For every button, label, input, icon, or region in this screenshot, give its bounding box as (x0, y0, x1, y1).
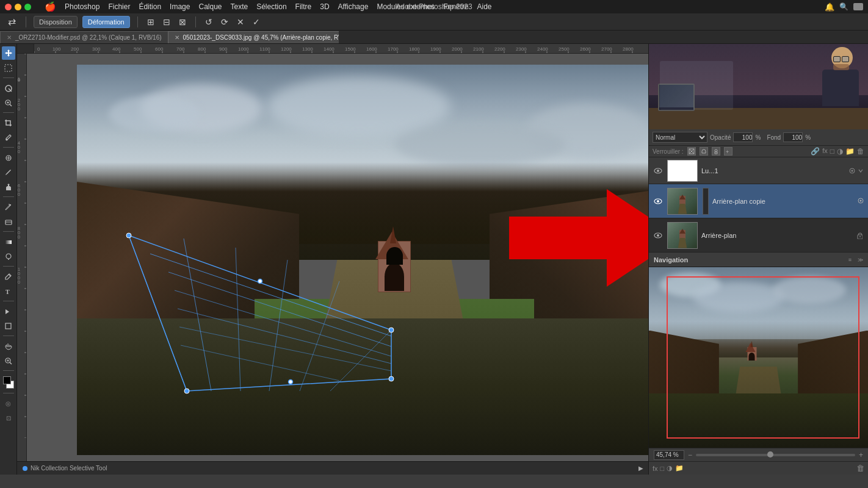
fill-input[interactable] (783, 132, 803, 142)
panel-btn-3[interactable]: ◑ (667, 464, 673, 472)
minimize-button[interactable] (15, 4, 21, 10)
zoom-value-input[interactable]: 45,74 % (654, 450, 684, 460)
grid-icon-2[interactable]: ⊟ (161, 16, 172, 27)
lock-transparent-btn[interactable] (687, 147, 696, 156)
disposition-button[interactable]: Disposition (34, 16, 78, 28)
photo-canvas[interactable] (77, 65, 648, 455)
gradient-tool[interactable] (2, 235, 15, 248)
history-brush-tool[interactable] (2, 200, 15, 214)
move-tool[interactable] (2, 46, 15, 60)
lasso-tool[interactable] (2, 81, 15, 95)
layer-arriere-plan[interactable]: Arrière-plan (649, 218, 868, 253)
church-spire (390, 226, 396, 243)
svg-point-6 (6, 138, 8, 140)
panel-btn-delete[interactable]: 🗑 (856, 464, 864, 473)
color-swatch[interactable] (2, 375, 15, 389)
maximize-button[interactable] (24, 4, 31, 10)
svg-rect-17 (5, 323, 11, 329)
quick-select-tool[interactable] (2, 96, 15, 109)
nav-collapse-icon[interactable]: ≡ (848, 257, 852, 263)
menu-affichage[interactable]: Affichage (338, 2, 369, 11)
nav-expand-icon[interactable]: ≫ (858, 257, 863, 263)
eyedropper-tool[interactable] (2, 131, 15, 144)
menu-calque[interactable]: Calque (198, 2, 222, 11)
selection-tool[interactable] (2, 61, 15, 74)
mask-icon[interactable]: □ (830, 147, 834, 156)
menu-image[interactable]: Image (170, 2, 190, 11)
lock-image-btn[interactable] (700, 147, 708, 156)
zoom-out-icon[interactable]: − (688, 451, 692, 459)
pen-tool[interactable] (2, 270, 15, 283)
nav-title: Navigation (654, 256, 688, 264)
tab-2[interactable]: ✕ 05012023-_DSC9033.jpg @ 45,7% (Arrière… (168, 31, 339, 43)
lock-all-btn[interactable]: + (724, 147, 732, 156)
delete-icon[interactable]: 🗑 (857, 147, 864, 156)
close-button[interactable] (5, 4, 12, 10)
tabs-bar: ✕ _ORZ2710-Modifier.psd @ 22,1% (Calque … (0, 30, 868, 44)
panel-btn-2[interactable]: □ (660, 465, 665, 472)
confirm-icon[interactable]: ✓ (251, 16, 262, 27)
type-tool[interactable]: T (2, 284, 15, 298)
opacity-percent: % (755, 134, 761, 141)
tab-2-label: 05012023-_DSC9033.jpg @ 45,7% (Arrière-p… (183, 34, 339, 41)
zoom-slider[interactable] (696, 454, 855, 456)
link-icon[interactable]: 🔗 (811, 147, 820, 156)
svg-text:1200: 1200 (281, 46, 292, 52)
screen-mode-btn[interactable]: ⊡ (2, 411, 15, 425)
nav-preview[interactable] (649, 267, 868, 448)
deformation-button[interactable]: Déformation (82, 16, 130, 28)
zoom-slider-thumb[interactable] (767, 451, 773, 458)
menu-edition[interactable]: Édition (139, 2, 161, 11)
grid-icon-1[interactable]: ⊞ (145, 16, 156, 27)
layer-arriere-plan-copie[interactable]: Arrière-plan copie (649, 184, 868, 218)
eraser-tool[interactable] (2, 215, 15, 228)
layer-lumi-visibility[interactable] (653, 165, 664, 176)
tab-2-close[interactable]: ✕ (175, 34, 179, 41)
tab-1[interactable]: ✕ _ORZ2710-Modifier.psd @ 22,1% (Calque … (0, 31, 168, 43)
healing-tool[interactable] (2, 151, 15, 164)
menu-selection[interactable]: Sélection (256, 2, 286, 11)
menu-fichier[interactable]: Fichier (108, 2, 130, 11)
canvas-container[interactable] (27, 54, 648, 461)
shape-tool[interactable] (2, 319, 15, 332)
zoom-in-icon[interactable]: + (859, 451, 863, 459)
layer-luminosity[interactable]: Lu...1 (649, 157, 868, 184)
svg-text:1700: 1700 (388, 46, 399, 52)
notification-icon: 🔔 (825, 2, 834, 12)
grid-icon-3[interactable]: ⊠ (177, 16, 188, 27)
crop-tool[interactable] (2, 116, 15, 129)
menu-3d[interactable]: 3D (320, 2, 329, 11)
layer-copy-visibility[interactable] (653, 196, 664, 207)
svg-text:1900: 1900 (430, 46, 441, 52)
hand-tool[interactable] (2, 339, 15, 353)
mask-mode-btn[interactable]: ◎ (2, 396, 15, 410)
svg-point-149 (657, 200, 659, 203)
window-controls[interactable] (5, 4, 31, 10)
cancel-icon[interactable]: ✕ (235, 16, 246, 27)
zoom-tool[interactable] (2, 354, 15, 367)
tab-1-close[interactable]: ✕ (7, 34, 12, 41)
reset-icon[interactable]: ⟳ (219, 16, 230, 27)
tool-status: Nik Collection Selective Tool (31, 465, 107, 472)
opacity-input[interactable] (733, 132, 753, 142)
panel-btn-4[interactable]: 📁 (675, 464, 684, 472)
panel-btn-1[interactable]: fx (653, 465, 658, 472)
blend-mode-select[interactable]: Normal (653, 132, 707, 143)
adj-icon[interactable]: ◑ (837, 147, 843, 156)
layer-bg-visibility[interactable] (653, 230, 664, 241)
blur-tool[interactable] (2, 249, 15, 263)
menu-photoshop[interactable]: Photoshop (65, 2, 99, 11)
stamp-tool[interactable] (2, 180, 15, 193)
folder-icon[interactable]: 📁 (845, 147, 855, 156)
fx-icon[interactable]: fx (822, 147, 828, 156)
undo-icon[interactable]: ↺ (203, 16, 214, 27)
apple-menu[interactable]: 🍎 (45, 1, 56, 12)
menu-aide[interactable]: Aide (477, 2, 491, 11)
lock-position-btn[interactable] (712, 147, 720, 156)
svg-text:2700: 2700 (601, 46, 612, 52)
menu-texte[interactable]: Texte (231, 2, 248, 11)
brush-tool[interactable] (2, 165, 15, 179)
menu-filtre[interactable]: Filtre (295, 2, 312, 11)
path-selection-tool[interactable] (2, 304, 15, 318)
svg-text:0: 0 (18, 102, 20, 107)
